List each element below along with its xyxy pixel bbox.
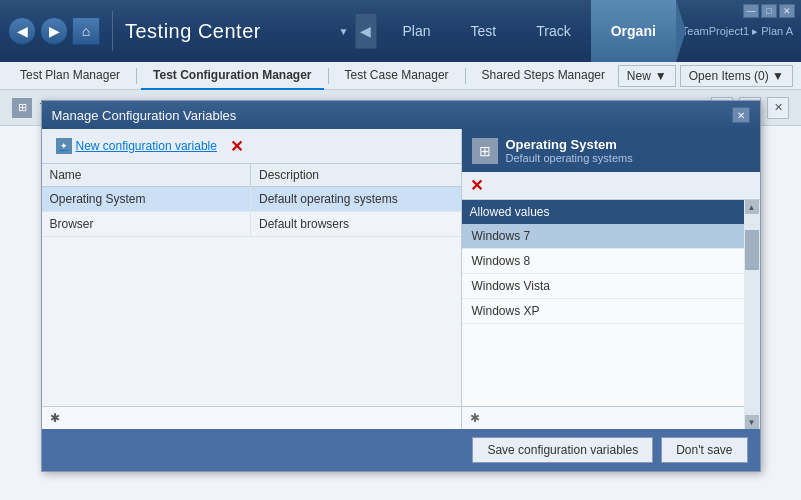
home-button[interactable]: ⌂ [72,17,100,45]
maximize-button[interactable]: □ [761,4,777,18]
right-panel-text: Operating System Default operating syste… [506,137,633,164]
window-controls[interactable]: — □ ✕ [743,4,795,18]
dialog-footer: Save configuration variables Don't save [42,429,760,471]
nav-item-test[interactable]: Test [451,0,517,62]
asterisk-icon: ✱ [50,411,60,425]
toolbar-row: ✦ New configuration variable ✕ [42,129,461,164]
app-title: Testing Center [125,20,333,43]
values-header: Allowed values [462,200,744,224]
dialog-title: Manage Configuration Variables [52,108,237,123]
menu-separator-1 [136,68,137,84]
right-delete-button[interactable]: ✕ [470,177,483,194]
content-area: ⊞ Test Configuration Manager ⤢ ? ✕ Manag… [0,90,801,500]
new-config-variable-button[interactable]: ✦ New configuration variable [50,135,223,157]
nav-controls: ◀ ▶ ⌂ [8,17,100,45]
scrollbar[interactable]: ▲ ▼ [744,200,760,429]
top-nav: Plan Test Track Organi [383,0,676,62]
table-row[interactable]: Browser Default browsers [42,212,461,237]
cell-name-1: Browser [42,212,252,236]
left-panel: ✦ New configuration variable ✕ Name Desc… [42,129,462,429]
table-header: Name Description [42,164,461,187]
new-var-icon: ✦ [56,138,72,154]
cell-name-0: Operating System [42,187,252,211]
values-content: Allowed values Windows 7 Windows 8 Windo… [462,200,744,429]
menu-separator-2 [328,68,329,84]
nav-back-arrow[interactable]: ◀ [355,13,377,49]
cell-desc-1: Default browsers [251,212,461,236]
table-body: Operating System Default operating syste… [42,187,461,406]
dialog-body: ✦ New configuration variable ✕ Name Desc… [42,129,760,429]
menu-separator-3 [465,68,466,84]
right-panel: ⊞ Operating System Default operating sys… [462,129,760,429]
dialog-title-bar: Manage Configuration Variables ✕ [42,101,760,129]
divider [112,11,113,51]
nav-item-plan[interactable]: Plan [383,0,451,62]
menu-shared-steps-manager[interactable]: Shared Steps Manager [470,62,617,90]
value-item[interactable]: Windows XP [462,299,744,324]
asterisk-icon-right: ✱ [470,411,480,425]
open-items-button[interactable]: Open Items (0) ▼ [680,65,793,87]
col-name: Name [42,164,252,186]
save-config-button[interactable]: Save configuration variables [472,437,653,463]
new-button[interactable]: New ▼ [618,65,676,87]
menu-bar: Test Plan Manager Test Configuration Man… [0,62,801,90]
value-item[interactable]: Windows 7 [462,224,744,249]
right-panel-title: Operating System [506,137,633,152]
dialog-overlay: Manage Configuration Variables ✕ ✦ New c… [0,90,801,500]
right-panel-icon: ⊞ [472,138,498,164]
title-bar: — □ ✕ ◀ ▶ ⌂ Testing Center ▼ ◀ Plan Test… [0,0,801,62]
menu-test-config-manager[interactable]: Test Configuration Manager [141,62,323,90]
menu-right-actions: New ▼ Open Items (0) ▼ [618,65,793,87]
value-item[interactable]: Windows Vista [462,274,744,299]
dont-save-button[interactable]: Don't save [661,437,747,463]
values-area: Allowed values Windows 7 Windows 8 Windo… [462,200,760,429]
close-button[interactable]: ✕ [779,4,795,18]
menu-test-plan-manager[interactable]: Test Plan Manager [8,62,132,90]
scroll-up-button[interactable]: ▲ [745,200,759,214]
menu-test-case-manager[interactable]: Test Case Manager [333,62,461,90]
col-description: Description [251,164,461,186]
dialog: Manage Configuration Variables ✕ ✦ New c… [41,100,761,472]
right-panel-subtitle: Default operating systems [506,152,633,164]
forward-button[interactable]: ▶ [40,17,68,45]
cell-desc-0: Default operating systems [251,187,461,211]
nav-item-organi[interactable]: Organi [591,0,676,62]
new-value-placeholder: ✱ [462,406,744,429]
scroll-down-button[interactable]: ▼ [745,415,759,429]
nav-item-track[interactable]: Track [516,0,590,62]
title-dropdown-arrow[interactable]: ▼ [339,26,349,37]
right-panel-header: ⊞ Operating System Default operating sys… [462,129,760,172]
minimize-button[interactable]: — [743,4,759,18]
new-dropdown-arrow[interactable]: ▼ [655,69,667,83]
right-toolbar: ✕ [462,172,760,200]
new-row-placeholder: ✱ [42,406,461,429]
toolbar-delete-button[interactable]: ✕ [227,136,247,156]
value-item[interactable]: Windows 8 [462,249,744,274]
dialog-close-button[interactable]: ✕ [732,107,750,123]
scroll-thumb[interactable] [745,230,759,270]
team-info[interactable]: TeamProject1 ▸ Plan A [682,25,793,38]
open-items-dropdown-arrow[interactable]: ▼ [772,69,784,83]
back-button[interactable]: ◀ [8,17,36,45]
table-row[interactable]: Operating System Default operating syste… [42,187,461,212]
values-list: Windows 7 Windows 8 Windows Vista Window… [462,224,744,406]
